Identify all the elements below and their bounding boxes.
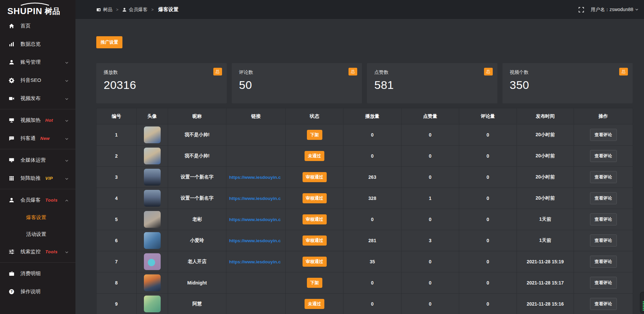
avatar <box>144 211 161 228</box>
sidebar-item-douketong[interactable]: 抖客通 New <box>0 129 75 147</box>
status-badge: 未通过 <box>305 299 324 309</box>
sidebar-item-douyin-seo[interactable]: 抖音SEO <box>0 71 75 89</box>
avatar <box>144 169 161 186</box>
cell-comments: 0 <box>459 230 517 251</box>
column-header: 编号 <box>97 108 137 124</box>
cell-likes: 3 <box>401 230 459 251</box>
sidebar: SHUPIN 树品 首页 数据总览 <box>0 0 75 314</box>
cell-comments: 0 <box>459 272 517 294</box>
view-comments-button[interactable]: 查看评论 <box>590 234 617 247</box>
stat-value: 20316 <box>104 78 219 92</box>
sidebar-item-data-overview[interactable]: 数据总览 <box>0 35 75 53</box>
cell-avatar <box>137 146 168 167</box>
stat-card-plays: 播放数 20316 总 <box>96 63 227 103</box>
table-row: 7 老人开店 https://www.iesdouyin.c 审核通过 <box>97 251 633 272</box>
avatar <box>144 296 161 312</box>
sidebar-item-tag: Tools <box>45 198 58 203</box>
cell-plays: 0 <box>343 146 401 167</box>
username-label: 用户名：zswodun88 <box>591 7 633 13</box>
video-link[interactable]: https://www.iesdouyin.c <box>229 217 285 222</box>
screen-icon <box>9 117 14 123</box>
cell-avatar <box>137 272 168 294</box>
table-row: 6 小爱玲 https://www.iesdouyin.c 审核通过 <box>97 230 633 251</box>
sidebar-item-member-baoke[interactable]: 会员爆客 Tools <box>0 191 75 209</box>
sidebar-subitem-activity-settings[interactable]: 活动设置 <box>0 226 75 243</box>
sidebar-subitem-baoke-settings[interactable]: 爆客设置 <box>0 209 75 226</box>
view-comments-button[interactable]: 查看评论 <box>590 192 617 204</box>
cell-link: https://www.iesdouyin.c <box>226 209 286 230</box>
chevron-down-icon <box>65 78 69 82</box>
video-link[interactable]: https://www.iesdouyin.c <box>229 259 285 264</box>
sidebar-item-label: 消费明细 <box>20 270 41 277</box>
sidebar-item-label: 操作说明 <box>20 289 41 295</box>
breadcrumb-root[interactable]: 树品 <box>96 7 112 13</box>
caret-down-icon <box>635 8 639 11</box>
status-badge: 未通过 <box>305 151 324 161</box>
sidebar-item-omnimedia-operation[interactable]: 全媒体运营 <box>0 151 75 169</box>
stat-label: 播放数 <box>104 69 219 75</box>
cell-actions: 查看评论 <box>574 188 633 209</box>
cell-comments: 0 <box>459 124 517 146</box>
sidebar-item-consumption-details[interactable]: 消费明细 <box>0 264 75 282</box>
svg-text:?: ? <box>10 290 13 294</box>
cell-number: 6 <box>97 230 137 251</box>
view-comments-button[interactable]: 查看评论 <box>590 213 617 225</box>
sidebar-divider <box>0 189 75 189</box>
cell-status: 下架 <box>286 272 343 294</box>
sidebar-item-video-heat[interactable]: 视频加热 Hot <box>0 111 75 129</box>
video-icon <box>9 96 14 101</box>
view-comments-button[interactable]: 查看评论 <box>590 298 617 310</box>
sidebar-item-label: 视频发布 <box>20 95 41 102</box>
board-icon <box>96 7 101 12</box>
chevron-down-icon <box>65 250 69 254</box>
view-comments-button[interactable]: 查看评论 <box>590 129 617 141</box>
view-comments-button[interactable]: 查看评论 <box>590 277 617 289</box>
stat-value: 50 <box>239 78 355 92</box>
cell-publish-time: 1天前 <box>517 209 574 230</box>
user-menu[interactable]: 用户名：zswodun88 <box>591 7 639 13</box>
total-badge: 总 <box>213 68 222 75</box>
sidebar-item-account-management[interactable]: 账号管理 <box>0 53 75 71</box>
video-link[interactable]: https://www.iesdouyin.c <box>229 238 285 243</box>
table-row: 4 设置一个新名字 https://www.iesdouyin.c 审核通过 <box>97 188 633 209</box>
view-comments-button[interactable]: 查看评论 <box>590 171 617 183</box>
sidebar-item-tag: Hot <box>45 118 53 123</box>
sidebar-item-matrix-boost[interactable]: 矩阵助推 VIP <box>0 169 75 187</box>
cell-likes: 0 <box>401 272 459 294</box>
sidebar-item-instructions[interactable]: ? 操作说明 <box>0 282 75 301</box>
cell-number: 5 <box>97 209 137 230</box>
sliders-icon <box>9 249 14 255</box>
cell-status: 审核通过 <box>286 230 343 251</box>
sidebar-item-label: 抖音SEO <box>20 77 41 84</box>
cell-status: 审核通过 <box>286 209 343 230</box>
avatar <box>144 148 161 164</box>
promotion-settings-button[interactable]: 推广设置 <box>96 36 122 48</box>
stat-card-comments: 评论数 50 总 <box>232 63 362 103</box>
cell-likes: 0 <box>401 124 459 146</box>
video-link[interactable]: https://www.iesdouyin.c <box>229 175 285 180</box>
column-header: 发布时间 <box>517 108 574 124</box>
view-comments-button[interactable]: 查看评论 <box>590 256 617 268</box>
cell-plays: 0 <box>343 209 401 230</box>
sidebar-item-video-publish[interactable]: 视频发布 <box>0 89 75 107</box>
column-header: 链接 <box>226 108 286 124</box>
avatar <box>144 274 161 291</box>
breadcrumb-section[interactable]: 会员爆客 <box>122 7 148 13</box>
member-icon <box>9 197 14 203</box>
view-comments-button[interactable]: 查看评论 <box>590 150 617 162</box>
cell-link: https://www.iesdouyin.c <box>226 188 286 209</box>
home-icon <box>9 23 14 29</box>
floating-edge-widget[interactable] <box>640 292 644 313</box>
fullscreen-icon[interactable] <box>579 7 584 12</box>
stat-card-likes: 点赞数 581 总 <box>367 63 497 103</box>
cell-link <box>226 124 286 146</box>
sidebar-item-label: 爆客设置 <box>26 214 46 221</box>
logo-text-en: SHUPIN <box>7 7 42 15</box>
video-link[interactable]: https://www.iesdouyin.c <box>229 196 285 201</box>
sidebar-item-clue-monitor[interactable]: 线索监控 Tools <box>0 243 75 261</box>
sidebar-item-home[interactable]: 首页 <box>0 17 75 35</box>
cell-link: https://www.iesdouyin.c <box>226 167 286 188</box>
column-header: 播放量 <box>343 108 401 124</box>
cell-plays: 0 <box>343 272 401 294</box>
table-header-row: 编号 头像 昵称 链接 状态 播放量 <box>97 108 633 124</box>
